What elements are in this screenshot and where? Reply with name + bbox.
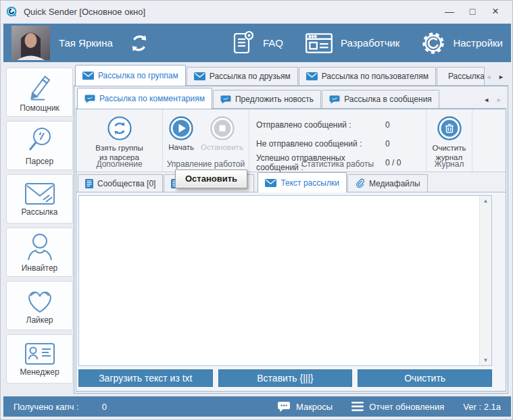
tab-media-files[interactable]: Медиафайлы	[347, 174, 428, 192]
user-name: Тая Яркина	[59, 37, 113, 49]
stat-value: 0	[385, 120, 420, 130]
developer-button[interactable]: Разработчик	[303, 30, 399, 56]
maximize-button[interactable]: □	[461, 3, 484, 20]
macros-label: Макросы	[296, 402, 333, 412]
faq-button[interactable]: FAQ	[230, 30, 283, 57]
sidebar-item-parser[interactable]: Парсер	[6, 121, 73, 170]
group-label-control: Управление работой	[163, 159, 249, 169]
stat-value: 0	[385, 139, 420, 149]
close-button[interactable]: ×	[484, 3, 507, 20]
tab-label: Сообщества [0]	[97, 179, 155, 188]
comment-icon	[329, 95, 340, 104]
tab-page-comments: Взять группы из парсера Дополнение Начат…	[76, 109, 506, 392]
load-text-from-txt-button[interactable]: Загрузить текст из txt	[78, 369, 213, 387]
avatar[interactable]	[11, 26, 50, 60]
tab-scroll-left-icon[interactable]: ◄	[483, 97, 489, 103]
tab-mailing-groups[interactable]: Рассылка по группам	[75, 65, 186, 86]
content-tab-strip: Сообщества [0] й Текст рассылки Медиафай…	[76, 172, 506, 192]
tab-suggest-news[interactable]: Предложить новость	[213, 90, 321, 108]
tab-label: Рассылка по пользователям	[322, 72, 429, 81]
tab-mailing-text[interactable]: Текст рассылки	[258, 172, 346, 192]
stop-button[interactable]: Остановить	[199, 114, 245, 153]
trash-icon	[437, 115, 462, 141]
sidebar-item-label: Рассылка	[21, 207, 57, 217]
tab-mailing-video[interactable]: Рассылка по вид	[437, 67, 485, 85]
tab-communities[interactable]: Сообщества [0]	[78, 174, 163, 192]
stat-label: Отправлено сообщений :	[256, 120, 385, 130]
tab-scroll-right-icon[interactable]: ►	[496, 97, 502, 103]
tab-page-groups: Рассылка по комментариям Предложить ново…	[74, 86, 508, 394]
settings-button[interactable]: Настройки	[420, 30, 503, 57]
sidebar-item-label: Менеджер	[20, 367, 59, 377]
group-label-stats: Статистика работы	[249, 159, 426, 169]
group-label-addition: Дополнение	[76, 159, 162, 169]
scroll-up-icon[interactable]: ▲	[483, 198, 489, 204]
mailing-text-page: ▲ ▼ Загрузить текст из txt Вставить {|||…	[76, 192, 506, 391]
insert-separator-button[interactable]: Вставить {|||}	[218, 369, 353, 387]
stat-label: Не отправлено сообщений :	[256, 139, 385, 149]
sidebar-item-inviter[interactable]: Инвайтер	[6, 228, 73, 277]
refresh-icon	[126, 30, 152, 56]
play-icon	[168, 115, 194, 141]
paperclip-icon	[355, 178, 365, 188]
tab-label: Медиафайлы	[369, 179, 420, 188]
tab-mailing-users[interactable]: Рассылка по пользователям	[299, 67, 436, 85]
sidebar-item-label: Помощник	[20, 103, 59, 113]
envelope-icon	[24, 181, 56, 207]
account-header: Тая Яркина FAQ	[3, 24, 511, 62]
sidebar-item-mailing[interactable]: Рассылка	[6, 174, 73, 224]
stat-not-sent: Не отправлено сообщений : 0	[256, 136, 420, 152]
captcha-count-label: Получено капч :	[14, 402, 79, 412]
envelope-icon	[82, 72, 94, 80]
scroll-down-icon[interactable]: ▼	[483, 357, 489, 363]
update-report-label: Отчет обновления	[369, 402, 444, 412]
refresh-account-button[interactable]	[126, 30, 152, 56]
envelope-icon	[194, 72, 205, 80]
pencil-icon	[24, 72, 55, 103]
settings-label: Настройки	[453, 37, 503, 49]
hamburger-icon	[351, 402, 364, 411]
envelope-icon	[265, 179, 276, 187]
stop-icon	[210, 115, 235, 141]
update-report-button[interactable]: Отчет обновления	[351, 402, 444, 412]
clear-text-button[interactable]: Очистить	[358, 369, 492, 387]
title-bar: Quick Sender [Основное окно] — □ ×	[1, 1, 512, 22]
tab-label: Рассылка по группам	[98, 71, 178, 80]
vertical-scrollbar[interactable]: ▲ ▼	[479, 196, 491, 365]
stop-label: Остановить	[201, 143, 243, 151]
id-card-icon	[24, 341, 56, 367]
minimize-button[interactable]: —	[438, 3, 461, 20]
tab-mailing-messages[interactable]: Рассылка в сообщения	[322, 90, 439, 108]
sidebar-item-liker[interactable]: Лайкер	[6, 281, 73, 330]
tab-mailing-friends[interactable]: Рассылка по друзьям	[187, 67, 298, 85]
message-text-area[interactable]	[79, 196, 479, 365]
faq-icon	[230, 30, 257, 57]
refresh-circle-icon	[107, 115, 132, 141]
sidebar: Помощник Парсер Рассылка Инвайтер	[6, 68, 73, 384]
tab-label: Рассылка по друзьям	[210, 72, 291, 81]
sidebar-item-label: Лайкер	[26, 315, 53, 325]
tab-mailing-comments[interactable]: Рассылка по комментариям	[77, 88, 212, 109]
tooltip-stop: Остановить	[175, 169, 247, 188]
tab-label: Предложить новость	[235, 95, 314, 104]
document-list-icon	[85, 179, 93, 188]
sidebar-item-manager[interactable]: Менеджер	[6, 334, 73, 384]
sidebar-item-helper[interactable]: Помощник	[6, 68, 73, 117]
tab-label: Рассылка в сообщения	[344, 95, 432, 104]
magnifier-icon	[24, 125, 55, 156]
toolbar: Взять группы из парсера Дополнение Начат…	[76, 109, 506, 172]
tab-label: Текст рассылки	[280, 178, 339, 188]
heart-icon	[24, 286, 55, 315]
macros-button[interactable]: Макросы	[277, 401, 333, 413]
clear-log-button[interactable]: Очистить журнал	[430, 114, 468, 164]
window-title: Quick Sender [Основное окно]	[24, 7, 145, 17]
take-groups-from-parser-button[interactable]: Взять группы из парсера	[93, 114, 145, 164]
comment-icon	[84, 95, 95, 103]
tab-scroll-left-icon[interactable]: ◄	[485, 74, 491, 80]
tab-scroll-right-icon[interactable]: ►	[498, 74, 504, 80]
faq-label: FAQ	[263, 37, 283, 49]
stat-sent: Отправлено сообщений : 0	[256, 117, 420, 133]
app-window: Quick Sender [Основное окно] — □ × Тая Я…	[0, 0, 513, 420]
speech-bubble-icon	[277, 401, 291, 413]
start-button[interactable]: Начать	[166, 114, 196, 153]
